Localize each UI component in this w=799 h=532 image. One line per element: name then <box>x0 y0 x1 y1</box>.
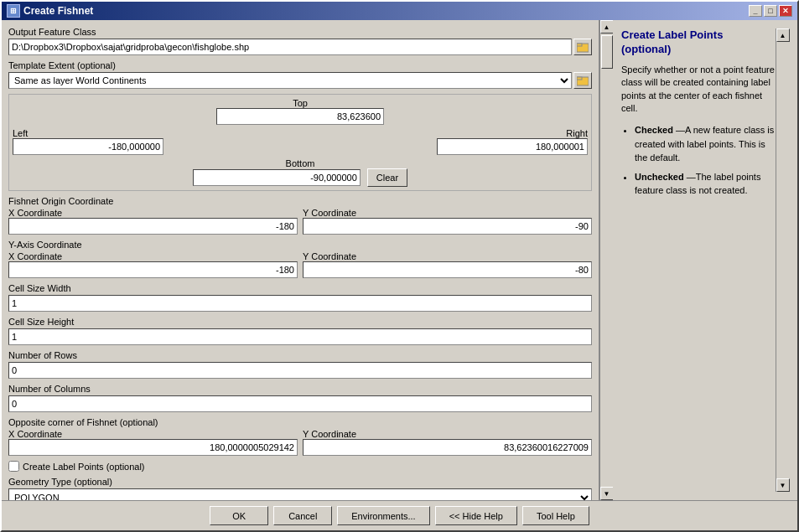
num-rows-input[interactable] <box>8 362 592 379</box>
top-label: Top <box>293 98 308 108</box>
scroll-thumb[interactable] <box>601 35 613 69</box>
inner-content: Output Feature Class Template Extent (op… <box>2 20 797 500</box>
maximize-button[interactable]: □ <box>764 5 777 17</box>
cell-size-height-input[interactable] <box>8 328 592 345</box>
ok-button[interactable]: OK <box>210 506 268 525</box>
clear-button[interactable]: Clear <box>367 168 407 187</box>
create-label-points-label: Create Label Points (optional) <box>23 462 145 472</box>
help-title: Create Label Points (optional) <box>621 28 776 57</box>
template-browse-button[interactable] <box>573 72 592 89</box>
top-input[interactable] <box>216 108 384 125</box>
left-panel: Output Feature Class Template Extent (op… <box>2 20 599 500</box>
cell-size-width-input[interactable] <box>8 295 592 312</box>
main-window: ⊞ Create Fishnet _ □ ✕ Output Feature Cl… <box>0 0 799 532</box>
geometry-type-label: Geometry Type (optional) <box>8 477 592 487</box>
y-axis-group: Y-Axis Coordinate X Coordinate Y Coordin… <box>8 240 592 278</box>
right-input[interactable] <box>437 138 588 155</box>
num-cols-group: Number of Columns <box>8 384 592 412</box>
svg-rect-3 <box>577 77 582 80</box>
extent-grid: Top Left Right Botto <box>8 94 592 191</box>
opp-y-label: Y Coordinate <box>303 429 356 439</box>
cell-size-width-group: Cell Size Width <box>8 283 592 312</box>
opposite-corner-label: Opposite corner of Fishnet (optional) <box>8 417 592 427</box>
folder-icon <box>577 41 589 53</box>
cell-size-height-label: Cell Size Height <box>8 317 592 327</box>
opposite-coords-row: X Coordinate Y Coordinate <box>8 429 592 456</box>
hide-help-button[interactable]: << Hide Help <box>435 506 517 525</box>
origin-x-label: X Coordinate <box>8 208 62 218</box>
extent-middle-group: Left Right <box>13 128 588 155</box>
help-bullets: Checked —A new feature class is created … <box>621 123 776 198</box>
bottom-input[interactable] <box>193 169 361 186</box>
template-extent-row: Same as layer World Continents <box>8 72 592 89</box>
opposite-corner-group: Opposite corner of Fishnet (optional) X … <box>8 417 592 456</box>
left-scrollbar[interactable]: ▲ ▼ <box>599 20 613 500</box>
help-desc: Specify whether or not a point feature c… <box>621 64 776 116</box>
folder-icon-2 <box>577 75 589 86</box>
cancel-button[interactable]: Cancel <box>273 506 332 525</box>
svg-rect-1 <box>577 44 582 46</box>
num-rows-label: Number of Rows <box>8 350 592 360</box>
template-extent-group: Template Extent (optional) Same as layer… <box>8 60 592 89</box>
output-browse-button[interactable] <box>573 39 592 55</box>
opp-y-input[interactable] <box>303 439 592 456</box>
fishnet-origin-group: Fishnet Origin Coordinate X Coordinate Y… <box>8 196 592 235</box>
bottom-label: Bottom <box>286 158 315 168</box>
bullet2-label: Unchecked <box>635 172 684 182</box>
bullet1-label: Checked <box>635 125 673 135</box>
output-feature-class-label: Output Feature Class <box>8 27 592 37</box>
opp-x-label: X Coordinate <box>8 429 62 439</box>
scroll-up-button[interactable]: ▲ <box>600 20 614 34</box>
right-scroll-down[interactable]: ▼ <box>776 478 790 492</box>
title-bar: ⊞ Create Fishnet _ □ ✕ <box>2 2 797 20</box>
right-scrollbar[interactable]: ▲ ▼ <box>776 28 789 492</box>
cell-size-height-group: Cell Size Height <box>8 317 592 345</box>
num-cols-label: Number of Columns <box>8 384 592 394</box>
origin-y-input[interactable] <box>303 218 592 235</box>
minimize-button[interactable]: _ <box>749 5 762 17</box>
num-rows-group: Number of Rows <box>8 350 592 379</box>
num-cols-input[interactable] <box>8 395 592 412</box>
output-feature-class-group: Output Feature Class <box>8 27 592 55</box>
template-extent-select[interactable]: Same as layer World Continents <box>8 72 572 89</box>
window-icon: ⊞ <box>7 4 20 18</box>
left-label: Left <box>13 128 28 138</box>
environments-button[interactable]: Environments... <box>337 506 429 525</box>
title-controls: _ □ ✕ <box>749 5 792 17</box>
scroll-down-button[interactable]: ▼ <box>600 487 614 500</box>
help-bullet-2: Unchecked —The label points feature clas… <box>635 170 776 198</box>
template-extent-label: Template Extent (optional) <box>8 60 592 70</box>
origin-coords-row: X Coordinate Y Coordinate <box>8 208 592 235</box>
cell-size-width-label: Cell Size Width <box>8 283 592 293</box>
y-axis-y-input[interactable] <box>303 261 592 278</box>
geometry-type-select[interactable]: POLYGON <box>8 488 592 500</box>
window-title: Create Fishnet <box>23 5 93 17</box>
left-input[interactable] <box>13 138 163 155</box>
origin-y-label: Y Coordinate <box>303 208 356 218</box>
create-label-points-row: Create Label Points (optional) <box>8 461 592 472</box>
extent-top-group: Top <box>13 98 588 125</box>
y-axis-y-label: Y Coordinate <box>303 251 356 261</box>
y-axis-x-input[interactable] <box>8 261 298 278</box>
y-axis-coords-row: X Coordinate Y Coordinate <box>8 251 592 278</box>
output-feature-class-input[interactable] <box>8 39 572 55</box>
y-axis-label: Y-Axis Coordinate <box>8 240 592 250</box>
right-panel: ▲ ▼ Create Label Points (optional) Speci… <box>613 20 797 500</box>
help-content: Create Label Points (optional) Specify w… <box>621 28 776 203</box>
right-scroll-up[interactable]: ▲ <box>776 28 790 42</box>
tool-help-button[interactable]: Tool Help <box>522 506 589 525</box>
y-axis-x-label: X Coordinate <box>8 251 62 261</box>
fishnet-origin-label: Fishnet Origin Coordinate <box>8 196 592 206</box>
opp-x-input[interactable] <box>8 439 298 456</box>
origin-x-input[interactable] <box>8 218 298 235</box>
footer: OK Cancel Environments... << Hide Help T… <box>2 500 797 530</box>
right-label: Right <box>566 128 588 138</box>
help-bullet-1: Checked —A new feature class is created … <box>635 123 776 165</box>
extent-bottom-group: Bottom Clear <box>13 158 588 187</box>
geometry-type-group: Geometry Type (optional) POLYGON <box>8 477 592 500</box>
output-feature-class-row <box>8 39 592 55</box>
close-button[interactable]: ✕ <box>779 5 792 17</box>
create-label-points-checkbox[interactable] <box>8 461 19 472</box>
